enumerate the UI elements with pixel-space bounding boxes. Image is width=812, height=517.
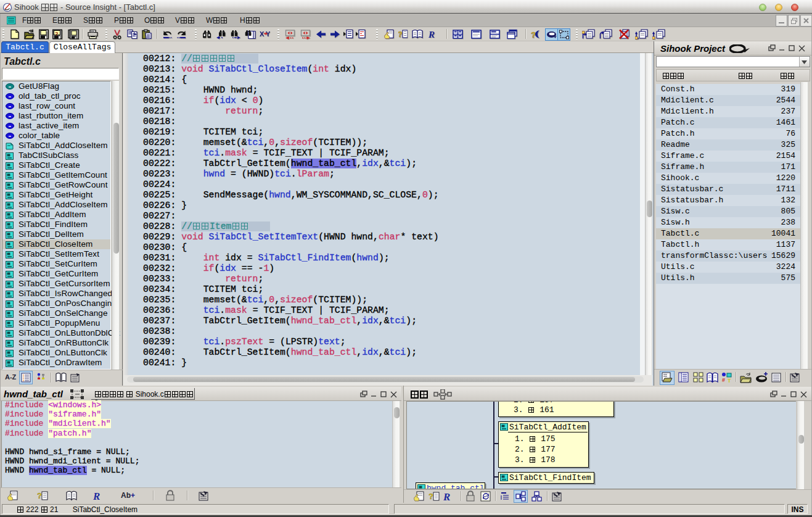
svg-text:T: T (728, 378, 731, 383)
svg-text:R: R (443, 491, 450, 503)
svg-text:?: ? (531, 30, 536, 39)
svg-text:#: # (722, 377, 725, 383)
svg-text:R: R (93, 490, 100, 502)
svg-text:X: X (260, 30, 265, 38)
svg-text:?: ? (37, 491, 42, 500)
svg-text:?: ? (398, 30, 402, 39)
svg-text:?: ? (55, 31, 59, 37)
svg-text:R: R (428, 29, 435, 39)
svg-text:?: ? (429, 492, 433, 501)
